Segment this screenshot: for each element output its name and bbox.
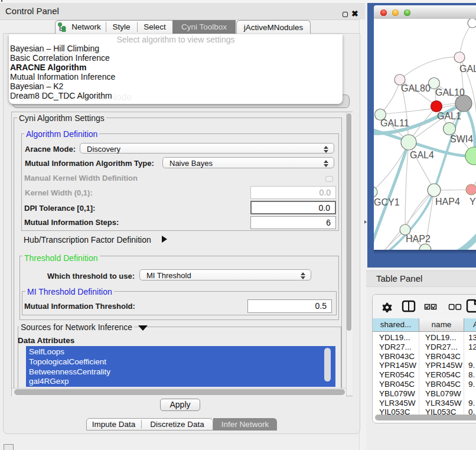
svg-text:GAL1: GAL1 — [437, 111, 461, 121]
svg-text:GAL7: GAL7 — [459, 64, 476, 74]
svg-text:GAL10: GAL10 — [435, 87, 465, 97]
svg-text:HAP4: HAP4 — [435, 197, 460, 207]
svg-text:GCY1: GCY1 — [374, 197, 400, 207]
svg-text:Y: Y — [470, 197, 476, 207]
svg-text:GAL11: GAL11 — [380, 118, 409, 128]
svg-text:SWI4: SWI4 — [450, 134, 473, 144]
svg-text:HAP2: HAP2 — [406, 234, 431, 244]
svg-text:GAL80: GAL80 — [401, 83, 431, 93]
svg-text:GAL4: GAL4 — [410, 150, 434, 160]
